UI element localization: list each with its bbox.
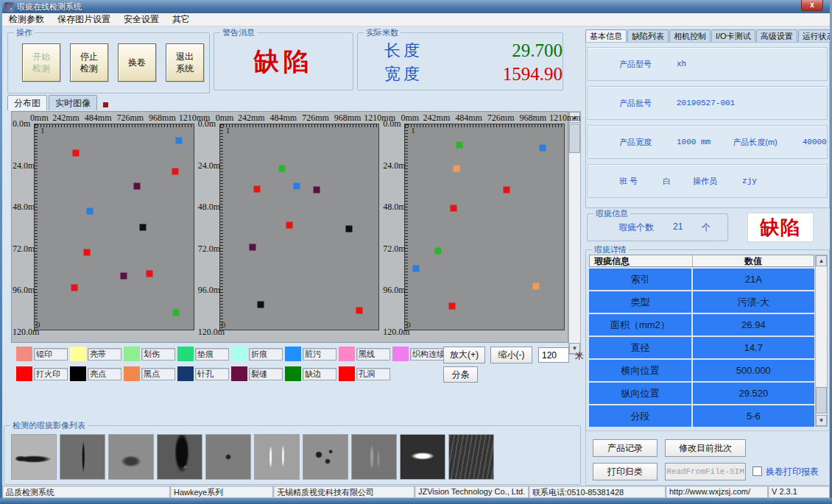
operations-group: 操作 开始 检测停止 检测换卷退出 系统 bbox=[7, 32, 210, 93]
defect-point[interactable] bbox=[257, 302, 264, 308]
defect-thumbnail-4[interactable] bbox=[157, 434, 202, 480]
defect-point[interactable] bbox=[86, 207, 93, 214]
right-tab-6[interactable]: 运行状态信息 bbox=[798, 29, 832, 43]
warning-group-label: 警告消息 bbox=[220, 27, 257, 38]
defect-point[interactable] bbox=[448, 303, 455, 310]
product-label: 产品宽度 bbox=[619, 137, 652, 148]
right-tab-5[interactable]: 高级设置 bbox=[756, 29, 797, 43]
reprint-checkbox[interactable] bbox=[752, 466, 762, 476]
x-tick-label: 484mm bbox=[270, 113, 297, 124]
defect-point[interactable] bbox=[504, 187, 510, 194]
defect-thumbnail-9[interactable] bbox=[400, 434, 445, 480]
plot-top-marker: 1 bbox=[40, 126, 45, 135]
defect-images-group: 检测的瑕疵影像列表 bbox=[4, 425, 581, 485]
defect-thumbnail-5[interactable] bbox=[205, 434, 251, 480]
menu-item-2[interactable]: 保存图片设置 bbox=[51, 13, 117, 26]
x-tick-label: 726mm bbox=[116, 113, 144, 124]
defect-thumbnail-3[interactable] bbox=[108, 434, 154, 480]
y-tick-label: 96.0m bbox=[383, 285, 403, 296]
defect-thumbnail-8[interactable] bbox=[351, 434, 397, 480]
zoom-out-button[interactable]: 缩小(-) bbox=[490, 347, 532, 363]
defect-point[interactable] bbox=[249, 244, 255, 251]
defect-point[interactable] bbox=[346, 226, 353, 233]
product-info-row-4: 班 号白操作员zjy bbox=[588, 164, 828, 198]
defect-point[interactable] bbox=[71, 284, 78, 291]
print-sort-button[interactable]: 打印归类 bbox=[593, 463, 658, 480]
header-name-col: 瑕疵信息 bbox=[590, 255, 693, 266]
defect-thumbnail-1[interactable] bbox=[11, 434, 57, 480]
legend-swatch bbox=[177, 347, 194, 361]
op-button-2[interactable]: 停止 检测 bbox=[70, 43, 108, 82]
detail-row-7[interactable]: 分段5-6 bbox=[589, 405, 814, 427]
defect-thumbnail-10[interactable] bbox=[448, 434, 494, 480]
defect-thumbnail-7[interactable] bbox=[303, 434, 348, 480]
detail-name: 类型 bbox=[589, 291, 693, 313]
right-panel-tabs: 基本信息缺陷列表相机控制I/O卡测试高级设置运行状态信息 bbox=[585, 29, 830, 43]
legend-label: 黑点 bbox=[141, 368, 175, 380]
defect-point[interactable] bbox=[434, 247, 441, 254]
defect-point[interactable] bbox=[356, 308, 362, 314]
menu-item-3[interactable]: 安全设置 bbox=[117, 13, 166, 26]
right-tab-4[interactable]: I/O卡测试 bbox=[711, 29, 755, 43]
defect-point[interactable] bbox=[314, 186, 320, 193]
modify-batch-button[interactable]: 修改目前批次 bbox=[665, 439, 746, 457]
legend-item-14: 缺边 bbox=[285, 366, 339, 382]
defect-point[interactable] bbox=[294, 182, 300, 189]
defect-point[interactable] bbox=[286, 221, 292, 228]
product-record-button[interactable]: 产品记录 bbox=[593, 439, 658, 457]
defect-thumbnail-6[interactable] bbox=[254, 434, 300, 480]
range-input[interactable] bbox=[538, 347, 569, 363]
defect-point[interactable] bbox=[413, 265, 420, 271]
view-tab-2[interactable]: 实时图像 bbox=[49, 95, 97, 110]
plot-top-ticks bbox=[35, 124, 194, 127]
op-button-4[interactable]: 退出 系统 bbox=[166, 43, 204, 82]
right-tab-2[interactable]: 缺陷列表 bbox=[627, 29, 669, 43]
y-tick-label: 0.0m bbox=[198, 118, 219, 129]
split-button[interactable]: 分条 bbox=[443, 366, 478, 383]
chart-scroll-thumb[interactable] bbox=[569, 124, 580, 153]
defect-thumbnail-2[interactable] bbox=[60, 434, 105, 480]
defect-point[interactable] bbox=[450, 205, 456, 212]
table-scroll-thumb[interactable] bbox=[816, 387, 827, 414]
defect-point[interactable] bbox=[173, 310, 180, 316]
close-button[interactable]: x bbox=[801, 0, 823, 11]
right-tab-1[interactable]: 基本信息 bbox=[585, 29, 627, 43]
defect-point[interactable] bbox=[84, 249, 91, 255]
defect-point[interactable] bbox=[121, 273, 127, 280]
defect-point[interactable] bbox=[456, 141, 462, 148]
defect-point[interactable] bbox=[73, 150, 80, 157]
defect-point[interactable] bbox=[254, 186, 261, 193]
y-tick-label: 120.0m bbox=[198, 327, 219, 338]
defect-details-group-label: 瑕疵详情 bbox=[592, 244, 629, 255]
y-tick-label: 0.0m bbox=[383, 118, 403, 129]
y-tick-label: 96.0m bbox=[198, 285, 219, 296]
table-scroll-down-icon[interactable]: ▼ bbox=[816, 415, 827, 426]
detail-value: 500.000 bbox=[693, 360, 814, 381]
defect-point[interactable] bbox=[139, 224, 146, 230]
chart-scrollbar[interactable]: ▲ ▼ bbox=[568, 111, 581, 355]
defect-point[interactable] bbox=[540, 144, 546, 151]
menu-item-1[interactable]: 检测参数 bbox=[2, 13, 51, 26]
defect-point[interactable] bbox=[533, 283, 540, 290]
detail-row-6[interactable]: 纵向位置29.520 bbox=[589, 383, 814, 404]
view-tab-1[interactable]: 分布图 bbox=[7, 95, 47, 110]
defect-point[interactable] bbox=[176, 137, 183, 143]
defect-point[interactable] bbox=[278, 166, 285, 172]
detail-row-5[interactable]: 横向位置500.000 bbox=[589, 360, 814, 381]
table-scrollbar[interactable]: ▲ ▼ bbox=[815, 255, 828, 427]
detail-row-2[interactable]: 类型污渍-大 bbox=[589, 291, 814, 313]
meters-group: 实际米数 长度 29.700 宽度 1594.90 bbox=[357, 32, 563, 90]
product-value: 20190527-001 bbox=[677, 99, 735, 107]
menu-item-4[interactable]: 其它 bbox=[166, 13, 197, 26]
op-button-3[interactable]: 换卷 bbox=[118, 43, 156, 82]
defect-point[interactable] bbox=[172, 168, 178, 175]
detail-row-1[interactable]: 索引21A bbox=[589, 269, 814, 290]
defect-point[interactable] bbox=[147, 270, 153, 277]
detail-row-4[interactable]: 直径14.7 bbox=[589, 337, 814, 358]
defect-point[interactable] bbox=[134, 183, 141, 190]
right-tab-3[interactable]: 相机控制 bbox=[669, 29, 711, 43]
defect-point[interactable] bbox=[453, 166, 459, 172]
detail-row-3[interactable]: 面积（mm2）26.94 bbox=[589, 314, 814, 336]
zoom-in-button[interactable]: 放大(+) bbox=[443, 347, 485, 363]
table-scroll-up-icon[interactable]: ▲ bbox=[816, 255, 827, 266]
